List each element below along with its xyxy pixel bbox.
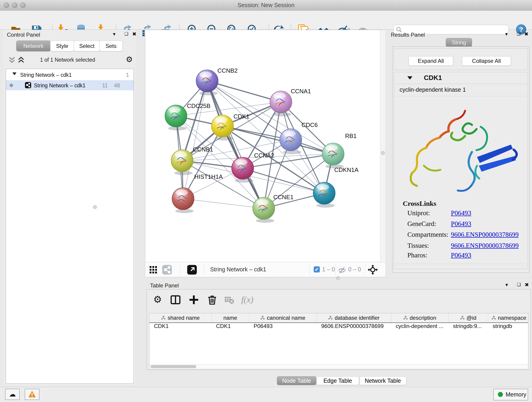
splitter-handle[interactable]	[336, 276, 340, 280]
network-options-gear-icon[interactable]: ⚙	[126, 56, 133, 63]
delete-column-icon[interactable]	[207, 294, 217, 305]
tab-node-table[interactable]: Node Table	[277, 376, 316, 385]
scrollbar-thumb[interactable]	[151, 365, 196, 368]
close-panel-icon[interactable]: ✖	[524, 31, 528, 37]
crosslink-link[interactable]: P06493	[451, 209, 471, 217]
control-panel-title: Control Panel	[7, 32, 40, 38]
add-column-icon[interactable]	[189, 294, 199, 305]
table-cell[interactable]: CDK1	[211, 323, 249, 332]
node-label-CDC6: CDC6	[302, 121, 318, 128]
main-toolbar: ?	[0, 11, 532, 30]
cytoscape-window: Session: New Session	[0, 0, 532, 402]
memory-button[interactable]: Memory	[493, 389, 528, 400]
network-selection-status: 1 of 1 Network selected	[33, 57, 102, 63]
memory-label: Memory	[506, 391, 526, 398]
column-header-description[interactable]: description	[391, 313, 449, 322]
float-panel-icon[interactable]: ❑	[124, 31, 128, 36]
table-cell[interactable]: cyclin-dependent ...	[391, 323, 448, 332]
node-label-CDC25B: CDC25B	[187, 102, 210, 109]
table-cell[interactable]: 9606.ENSP00000378699	[317, 323, 391, 332]
tab-edge-table[interactable]: Edge Table	[317, 376, 359, 385]
control-panel: Control Panel ▾ ❑ ✖ NetworkStyleSelectSe…	[3, 30, 136, 385]
crosslink-link[interactable]: 9606.ENSP00000378699	[451, 231, 519, 238]
panel-menu-icon[interactable]: ▾	[113, 31, 115, 37]
network-status-dot	[10, 84, 13, 87]
close-panel-icon[interactable]: ✖	[525, 282, 529, 288]
node-label-CCNB1: CCNB1	[193, 146, 213, 153]
hidden-eye-icon[interactable]	[338, 266, 346, 274]
float-panel-icon[interactable]: ❑	[517, 282, 521, 287]
toolbar-separator	[180, 264, 180, 275]
network-node-CDC6[interactable]	[280, 129, 302, 154]
crosslink-link[interactable]: P06493	[451, 251, 471, 259]
crosslink-label: GeneCard:	[407, 220, 436, 228]
node-label-CCNE1: CCNE1	[273, 194, 293, 201]
tab-network-table[interactable]: Network Table	[360, 376, 406, 385]
string-results-container: Expand All Collapse All CDK1 cyclin-depe…	[392, 46, 529, 273]
network-node-CCNB1[interactable]	[171, 150, 193, 175]
open-in-window-icon[interactable]	[187, 265, 197, 274]
tab-string[interactable]: String	[446, 38, 472, 47]
network-graph[interactable]: CCNB2CCNA1CDC25BCDK1CDC6RB1CCNB1CCNA2CDK…	[145, 30, 380, 262]
network-node-HIST1H1A[interactable]	[172, 188, 194, 213]
panel-menu-icon[interactable]: ▾	[505, 31, 508, 37]
gene-description: cyclin-dependent kinase 1	[399, 86, 466, 93]
table-container: ⚙ f(x) shared namenamecanonical namedata…	[147, 289, 531, 370]
column-header-database-identifier[interactable]: database identifier	[317, 313, 391, 322]
network-node-CCNB2[interactable]	[196, 70, 218, 95]
network-canvas[interactable]: CCNB2CCNA1CDC25BCDK1CDC6RB1CCNB1CCNA2CDK…	[145, 30, 380, 262]
selected-checkbox-icon[interactable]: ✔	[314, 266, 320, 273]
network-view-title: String Network – cdk1	[210, 266, 266, 273]
grid-view-icon[interactable]	[149, 265, 158, 274]
column-header-canonical-name[interactable]: canonical name	[249, 313, 317, 322]
table-cell[interactable]: stringdb	[488, 323, 528, 332]
status-bar: ☁ Memory	[0, 387, 532, 402]
node-count: 11	[102, 83, 108, 89]
tab-style[interactable]: Style	[50, 41, 74, 51]
splitter-handle[interactable]	[93, 205, 97, 209]
table-cell[interactable]: stringdb:9...	[448, 323, 488, 332]
column-type-icon	[491, 315, 496, 321]
splitter-handle[interactable]	[381, 151, 385, 155]
warnings-button[interactable]	[25, 389, 39, 400]
network-node-RB1[interactable]	[322, 143, 344, 168]
table-cell[interactable]: CDK1	[149, 323, 211, 332]
column-header-namespace[interactable]: namespace	[488, 313, 528, 322]
table-options-gear-icon[interactable]: ⚙	[153, 294, 164, 305]
close-panel-icon[interactable]: ✖	[132, 31, 136, 37]
tab-network[interactable]: Network	[16, 41, 51, 51]
float-panel-icon[interactable]: ❑	[517, 31, 520, 36]
collapse-arrow-icon[interactable]	[12, 72, 17, 75]
navigator-crosshair-icon[interactable]	[368, 265, 378, 275]
network-node-CDC25B[interactable]	[165, 105, 187, 130]
collapse-expand-icons[interactable]	[8, 56, 27, 65]
function-builder-icon[interactable]: f(x)	[241, 294, 252, 305]
table-panel: Table Panel ▾ ❑ ✖ ⚙ f(x) shared namename…	[145, 282, 532, 387]
show-columns-icon[interactable]	[170, 294, 181, 305]
column-header-shared-name[interactable]: shared name	[149, 313, 212, 322]
network-collection-row[interactable]: String Network – cdk1 1	[6, 70, 133, 80]
column-header-name[interactable]: name	[211, 313, 249, 322]
table-horizontal-scrollbar[interactable]	[149, 364, 528, 369]
table-cell[interactable]: P06493	[249, 323, 317, 332]
tab-sets[interactable]: Sets	[99, 41, 123, 51]
crosslink-link[interactable]: 9606.ENSP00000378699	[451, 242, 519, 249]
vertical-splitter[interactable]	[380, 30, 386, 262]
collapse-all-button[interactable]: Collapse All	[462, 56, 511, 66]
birdseye-share-icon[interactable]	[162, 265, 172, 274]
node-label-CDKN1A: CDKN1A	[334, 166, 359, 173]
crosslink-link[interactable]: P06493	[451, 220, 471, 228]
tab-select[interactable]: Select	[74, 41, 100, 51]
column-header--id[interactable]: @id	[448, 313, 488, 322]
panel-menu-icon[interactable]: ▾	[505, 282, 508, 288]
collapse-arrow-icon[interactable]	[407, 76, 412, 80]
network-label: String Network – cdk1	[34, 83, 85, 89]
network-node-CCNE1[interactable]	[253, 197, 275, 223]
network-node-CCNA1[interactable]	[270, 91, 292, 116]
cloud-status-button[interactable]: ☁	[5, 389, 20, 400]
expand-all-button[interactable]: Expand All	[409, 56, 453, 66]
delete-table-icon[interactable]	[224, 294, 234, 305]
network-node-CDKN1A[interactable]	[313, 182, 335, 208]
toolbar-separator	[310, 264, 310, 275]
network-row-selected[interactable]: String Network – cdk1 11 48	[6, 80, 133, 90]
